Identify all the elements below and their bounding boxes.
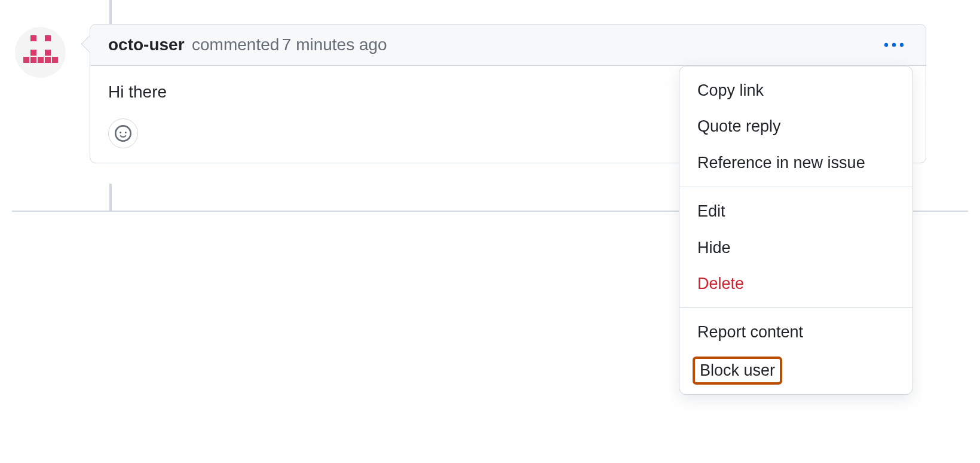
identicon	[23, 35, 58, 70]
comment-header-text: octo-user commented 7 minutes ago	[108, 35, 387, 54]
svg-point-2	[900, 43, 904, 47]
comment-actions-menu: Copy link Quote reply Reference in new i…	[679, 66, 913, 395]
menu-item-reference-issue[interactable]: Reference in new issue	[679, 145, 912, 181]
comment-timestamp-link[interactable]: 7 minutes ago	[282, 35, 387, 54]
comment-header: octo-user commented 7 minutes ago	[90, 25, 926, 66]
menu-divider	[679, 187, 912, 187]
comment-actions-button[interactable]	[880, 35, 908, 54]
timeline-line-top	[109, 0, 112, 24]
menu-item-quote-reply[interactable]: Quote reply	[679, 108, 912, 144]
comment-action-text: commented	[192, 35, 279, 54]
comment-author-link[interactable]: octo-user	[108, 35, 185, 54]
add-reaction-button[interactable]	[108, 118, 138, 148]
avatar[interactable]	[15, 27, 66, 78]
kebab-horizontal-icon	[884, 42, 904, 47]
svg-point-1	[892, 43, 896, 47]
timeline-line-bottom	[109, 184, 112, 211]
menu-divider	[679, 307, 912, 308]
page-root: octo-user commented 7 minutes ago Hi the…	[0, 0, 980, 463]
svg-point-0	[884, 43, 888, 47]
smiley-icon	[115, 125, 131, 142]
menu-item-block-user-wrap: Block user	[679, 351, 912, 388]
menu-item-block-user[interactable]: Block user	[693, 357, 782, 385]
menu-item-report-content[interactable]: Report content	[679, 314, 912, 350]
menu-item-edit[interactable]: Edit	[679, 193, 912, 229]
menu-item-hide[interactable]: Hide	[679, 230, 912, 266]
menu-item-delete[interactable]: Delete	[679, 266, 912, 301]
menu-item-copy-link[interactable]: Copy link	[679, 72, 912, 108]
